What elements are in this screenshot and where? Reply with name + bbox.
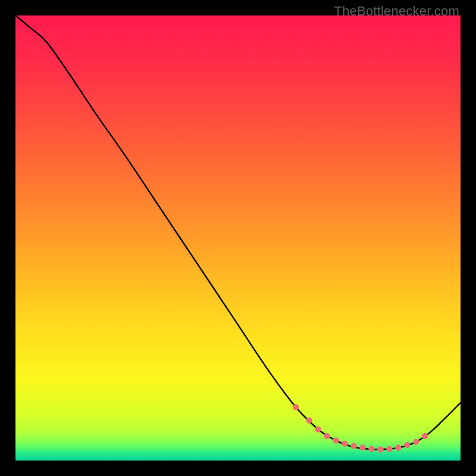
data-point [324,433,330,439]
chart-frame [15,15,461,461]
data-point [386,446,392,452]
data-point [422,433,428,439]
data-point [306,417,312,423]
data-point [359,444,365,450]
watermark-text: TheBottlenecker.com [334,4,459,19]
data-point [395,444,401,450]
data-point [350,443,356,449]
gradient-background [15,15,461,461]
data-point [315,426,321,432]
data-point [333,437,339,443]
data-point [342,440,347,446]
chart-canvas [15,15,461,461]
data-point [293,404,299,410]
data-point [413,439,419,444]
data-point [404,442,410,448]
data-point [377,446,383,452]
data-point [368,446,374,452]
